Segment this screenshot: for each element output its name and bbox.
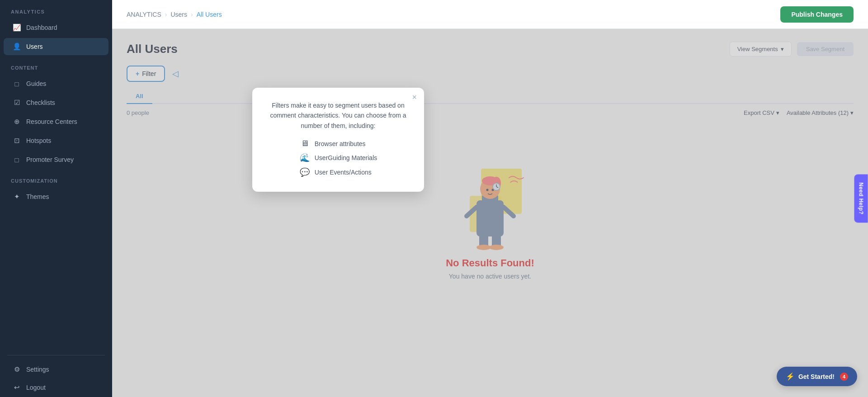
list-item: 💬 User Events/Actions <box>299 167 372 177</box>
breadcrumb: ANALYTICS › Users › All Users <box>127 11 222 18</box>
sidebar-item-settings[interactable]: ⚙ Settings <box>4 361 108 378</box>
checklists-icon: ☑ <box>13 99 21 107</box>
sidebar-divider <box>7 355 105 355</box>
filter-tooltip-popup: × Filters make it easy to segment users … <box>252 88 424 192</box>
resource-icon: ⊕ <box>13 118 21 126</box>
events-icon: 💬 <box>299 167 310 177</box>
sidebar-item-resource-centers[interactable]: ⊕ Resource Centers <box>4 113 108 130</box>
get-started-badge: 4 <box>840 373 848 381</box>
sidebar-item-guides[interactable]: □ Guides <box>4 75 108 92</box>
sidebar-item-label: Resource Centers <box>26 118 77 125</box>
tooltip-close-button[interactable]: × <box>412 93 417 101</box>
breadcrumb-sep-2: › <box>191 11 193 18</box>
sidebar-item-label: Dashboard <box>26 24 57 31</box>
sidebar-item-label: Guides <box>26 80 46 87</box>
sidebar-item-label: Settings <box>26 366 49 373</box>
sidebar-item-themes[interactable]: ✦ Themes <box>4 188 108 205</box>
themes-icon: ✦ <box>13 193 21 201</box>
customization-section-label: CUSTOMIZATION <box>0 169 112 187</box>
sidebar-item-checklists[interactable]: ☑ Checklists <box>4 94 108 111</box>
get-started-icon: ⚡ <box>786 372 795 381</box>
publish-changes-button[interactable]: Publish Changes <box>780 6 854 23</box>
tooltip-text: Filters make it easy to segment users ba… <box>269 100 408 131</box>
main-content: ANALYTICS › Users › All Users Publish Ch… <box>112 0 868 397</box>
sidebar: ANALYTICS 📈 Dashboard 👤 Users CONTENT □ … <box>0 0 112 397</box>
tooltip-list: 🖥 Browser attributes 🌊 UserGuiding Mater… <box>299 139 377 177</box>
chart-icon: 📈 <box>13 24 21 32</box>
user-icon: 👤 <box>13 43 21 51</box>
breadcrumb-sep-1: › <box>165 11 167 18</box>
browser-icon: 🖥 <box>299 139 310 148</box>
sidebar-item-dashboard[interactable]: 📈 Dashboard <box>4 19 108 36</box>
userguiding-icon: 🌊 <box>299 153 310 163</box>
modal-overlay[interactable] <box>112 29 868 397</box>
settings-icon: ⚙ <box>13 365 21 373</box>
need-help-tab[interactable]: Need Help? <box>854 174 868 222</box>
get-started-button[interactable]: ⚡ Get Started! 4 <box>777 367 857 386</box>
sidebar-item-hotspots[interactable]: ⊡ Hotspots <box>4 132 108 149</box>
tooltip-list-label: Browser attributes <box>315 140 366 147</box>
sidebar-item-users[interactable]: 👤 Users <box>4 38 108 55</box>
page-body: All Users View Segments ▾ Save Segment +… <box>112 29 868 397</box>
survey-icon: □ <box>13 156 21 164</box>
sidebar-item-label: Themes <box>26 193 49 200</box>
sidebar-item-label: Checklists <box>26 99 55 106</box>
tooltip-list-label: User Events/Actions <box>315 169 372 176</box>
hotspot-icon: ⊡ <box>13 137 21 145</box>
sidebar-item-promoter-survey[interactable]: □ Promoter Survey <box>4 151 108 168</box>
breadcrumb-all-users: All Users <box>197 11 222 18</box>
topbar: ANALYTICS › Users › All Users Publish Ch… <box>112 0 868 29</box>
guides-icon: □ <box>13 80 21 88</box>
analytics-section-label: ANALYTICS <box>0 0 112 18</box>
sidebar-item-label: Promoter Survey <box>26 156 74 163</box>
sidebar-item-label: Hotspots <box>26 137 51 144</box>
tooltip-list-label: UserGuiding Materials <box>315 154 377 161</box>
logout-icon: ↩ <box>13 383 21 392</box>
breadcrumb-users: Users <box>170 11 187 18</box>
content-section-label: CONTENT <box>0 56 112 74</box>
breadcrumb-analytics: ANALYTICS <box>127 11 161 18</box>
list-item: 🌊 UserGuiding Materials <box>299 153 377 163</box>
sidebar-item-logout[interactable]: ↩ Logout <box>4 379 108 396</box>
sidebar-item-label: Logout <box>26 384 46 391</box>
list-item: 🖥 Browser attributes <box>299 139 366 148</box>
sidebar-item-label: Users <box>26 43 43 50</box>
